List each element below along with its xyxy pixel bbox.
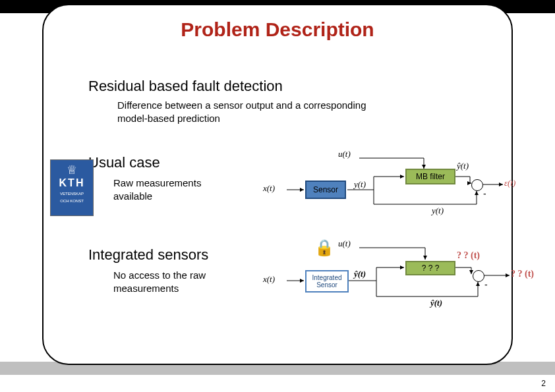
label2-qq-above: ? ? (t) [457, 250, 480, 261]
heading-residual: Residual based fault detection [88, 78, 283, 95]
label-eps-t: ε(t) [504, 178, 515, 188]
heading-integrated: Integrated sensors [88, 246, 208, 264]
label2-u-t: u(t) [338, 238, 351, 249]
label2-yhat-mid: ŷ(t) [354, 269, 366, 279]
kth-text: KTH [51, 177, 93, 189]
page-number: 2 [541, 379, 546, 388]
integrated-sensor-box: Integrated Sensor [305, 270, 349, 293]
kth-sub2: OCH KONST [51, 199, 93, 204]
desc-usual: Raw measurements available [113, 177, 201, 204]
label-yhat-t: ŷ(t) [457, 161, 469, 171]
sensor-box: Sensor [305, 181, 346, 199]
summing-junction-1 [471, 179, 483, 191]
label2-yhat-bot: ŷ(t) [430, 298, 442, 308]
slide-title: Problem Description [0, 18, 555, 41]
minus-2: - [484, 279, 488, 290]
kth-sub1: VETENSKAP [51, 192, 93, 196]
label-x-t: x(t) [263, 183, 275, 194]
label-y-t-bot: y(t) [432, 206, 444, 216]
label-u-t: u(t) [338, 149, 351, 159]
intsensor-l1: Integrated [312, 274, 341, 281]
desc-residual: Difference between a sensor output and a… [117, 99, 473, 126]
summing-junction-2 [473, 270, 484, 282]
diagram-integrated: x(t) u(t) 🔒 Integrated Sensor ŷ(t) ? ? ?… [260, 242, 544, 315]
crown-icon: ♕ [51, 164, 93, 176]
heading-usual: Usual case [88, 154, 160, 171]
mb-filter-box: MB filter [405, 169, 455, 184]
diagram-usual: x(t) u(t) Sensor y(t) MB filter ŷ(t) y(t… [260, 157, 524, 223]
intsensor-l2: Sensor [316, 281, 337, 289]
label2-qq-out: ? ? (t) [511, 269, 534, 279]
label-y-t-mid: y(t) [354, 179, 366, 190]
unknown-filter-box: ? ? ? [405, 261, 455, 275]
desc-integrated: No access to the raw measurements [113, 269, 206, 296]
minus-1: - [483, 188, 486, 199]
kth-logo: ♕ KTH VETENSKAP OCH KONST [50, 159, 94, 216]
label2-x-t: x(t) [263, 274, 275, 285]
lock-icon: 🔒 [314, 238, 334, 257]
diagram-integrated-arrows [260, 242, 544, 315]
